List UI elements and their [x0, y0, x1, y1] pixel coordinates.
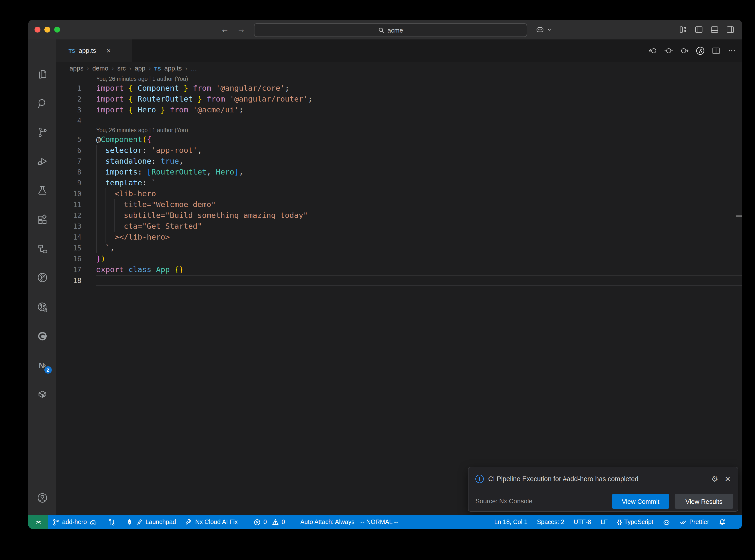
breadcrumb-item-src[interactable]: src — [117, 65, 126, 72]
prettier-status-item[interactable]: Prettier — [679, 518, 709, 526]
notifications-bell-item[interactable] — [718, 518, 726, 526]
code-line-4[interactable]: 4 — [56, 115, 742, 126]
code-editor[interactable]: You, 26 minutes ago | 1 author (You)1imp… — [56, 75, 742, 515]
tab-app-ts[interactable]: TS app.ts × — [56, 39, 132, 62]
search-icon — [378, 27, 384, 33]
problems-status-item[interactable]: 0 0 — [254, 518, 285, 526]
line-number: 8 — [56, 167, 81, 178]
overview-ruler-mark — [736, 215, 742, 217]
run-debug-icon[interactable] — [36, 155, 48, 167]
codelens-blame[interactable]: You, 26 minutes ago | 1 author (You) — [56, 126, 742, 134]
edge-tools-icon[interactable] — [36, 330, 48, 342]
code-line-16[interactable]: 16}) — [56, 253, 742, 264]
files-icon[interactable] — [36, 68, 48, 80]
tab-close-icon[interactable]: × — [106, 47, 111, 54]
breadcrumb-item-symbol[interactable]: … — [191, 65, 197, 72]
code-line-12[interactable]: 12 subtitle="Build something amazing tod… — [56, 210, 742, 221]
navigate-forward-circle-icon[interactable] — [679, 46, 690, 56]
code-line-1[interactable]: 1import { Component } from '@angular/cor… — [56, 83, 742, 94]
notification-title: CI Pipeline Execution for #add-hero has … — [488, 475, 707, 483]
line-number: 12 — [56, 210, 81, 221]
codelens-blame[interactable]: You, 26 minutes ago | 1 author (You) — [56, 75, 742, 83]
command-center-search[interactable]: acme — [254, 23, 527, 37]
code-line-8[interactable]: 8 imports: [RouterOutlet, Hero], — [56, 167, 742, 178]
braces-icon: {} — [617, 519, 622, 525]
close-window-button[interactable] — [35, 27, 40, 33]
code-rows: You, 26 minutes ago | 1 author (You)1imp… — [56, 75, 742, 286]
more-actions-icon[interactable] — [727, 46, 737, 56]
code-line-17[interactable]: 17export class App {} — [56, 264, 742, 275]
code-line-3[interactable]: 3import { Hero } from '@acme/ui'; — [56, 104, 742, 115]
panel-bottom-icon[interactable] — [710, 25, 719, 35]
navigate-back-icon[interactable]: ← — [219, 24, 230, 35]
notification-close-icon[interactable]: ✕ — [725, 475, 731, 483]
git-branch-icon — [52, 518, 60, 526]
rocket-icon — [126, 518, 133, 526]
container-icon[interactable] — [36, 388, 48, 400]
code-line-15[interactable]: 15 `, — [56, 242, 742, 253]
copilot-icon[interactable] — [535, 25, 545, 35]
code-line-18[interactable]: 18 — [56, 275, 742, 286]
breadcrumb: apps › demo › src › app › TS app.ts › … — [56, 62, 742, 75]
vim-mode-status-item[interactable]: -- NORMAL -- — [360, 519, 398, 525]
extensions-icon[interactable] — [36, 214, 48, 226]
chevron-down-icon[interactable] — [547, 27, 552, 33]
source-control-icon[interactable] — [36, 126, 48, 138]
navigate-back-circle-icon[interactable] — [648, 46, 658, 56]
code-line-9[interactable]: 9 template: ` — [56, 178, 742, 188]
navigate-forward-icon[interactable]: → — [236, 24, 246, 35]
copilot-status-item[interactable] — [662, 518, 670, 526]
commit-graph-search-icon[interactable] — [36, 301, 48, 313]
line-number: 16 — [56, 253, 81, 264]
breadcrumb-item-apps[interactable]: apps — [69, 65, 83, 72]
warning-count: 0 — [282, 519, 285, 525]
breadcrumb-item-file[interactable]: app.ts — [164, 65, 182, 72]
notification-settings-gear-icon[interactable]: ⚙ — [711, 474, 718, 484]
view-commit-button[interactable]: View Commit — [612, 494, 669, 509]
language-status-item[interactable]: {} TypeScript — [617, 519, 653, 525]
search-icon[interactable] — [36, 98, 48, 109]
screenshot-stage: ← → acme — [0, 0, 755, 560]
branch-status-item[interactable]: add-hero — [52, 518, 97, 526]
commit-graph-icon[interactable] — [36, 272, 48, 283]
testing-icon[interactable] — [36, 184, 48, 196]
cursor-position-status-item[interactable]: Ln 18, Col 1 — [494, 519, 528, 525]
code-line-5[interactable]: 5@Component({ — [56, 134, 742, 145]
line-number: 10 — [56, 188, 81, 199]
remote-indicator[interactable]: >< — [28, 515, 48, 529]
nx-console-icon[interactable]: N› 2 — [36, 359, 48, 371]
code-line-2[interactable]: 2import { RouterOutlet } from '@angular/… — [56, 94, 742, 104]
nx-cloud-status-item[interactable]: Nx Cloud AI Fix — [185, 518, 238, 526]
encoding-status-item[interactable]: UTF-8 — [574, 519, 591, 525]
circle-line-icon[interactable] — [664, 46, 674, 56]
hierarchy-icon[interactable] — [36, 243, 48, 255]
line-number: 17 — [56, 264, 81, 275]
code-line-13[interactable]: 13 cta="Get Started" — [56, 221, 742, 232]
auto-attach-status-item[interactable]: Auto Attach: Always — [300, 519, 355, 525]
split-editor-icon[interactable] — [711, 46, 721, 56]
code-line-6[interactable]: 6 selector: 'app-root', — [56, 145, 742, 156]
zoom-window-button[interactable] — [54, 27, 60, 33]
indentation-status-item[interactable]: Spaces: 2 — [537, 519, 564, 525]
breadcrumb-item-demo[interactable]: demo — [92, 65, 108, 72]
launchpad-status-item[interactable]: Launchpad — [126, 518, 176, 526]
panel-right-icon[interactable] — [726, 25, 735, 35]
account-icon[interactable] — [36, 492, 48, 504]
line-number: 9 — [56, 178, 81, 188]
customize-layout-icon[interactable] — [678, 25, 688, 35]
line-number: 5 — [56, 134, 81, 145]
code-line-7[interactable]: 7 standalone: true, — [56, 156, 742, 167]
line-number: 15 — [56, 242, 81, 253]
breadcrumb-item-app[interactable]: app — [135, 65, 145, 72]
eol-status-item[interactable]: LF — [600, 519, 608, 525]
panel-left-icon[interactable] — [694, 25, 704, 35]
commit-graph-circle-icon[interactable] — [695, 46, 705, 56]
error-count: 0 — [263, 519, 267, 525]
compare-icon — [108, 518, 115, 526]
minimize-window-button[interactable] — [44, 27, 50, 33]
compare-status-item[interactable] — [108, 518, 115, 526]
code-line-10[interactable]: 10 <lib-hero — [56, 188, 742, 199]
code-line-14[interactable]: 14 ></lib-hero> — [56, 232, 742, 242]
code-line-11[interactable]: 11 title="Welcmoe demo" — [56, 199, 742, 210]
view-results-button[interactable]: View Results — [675, 494, 733, 509]
